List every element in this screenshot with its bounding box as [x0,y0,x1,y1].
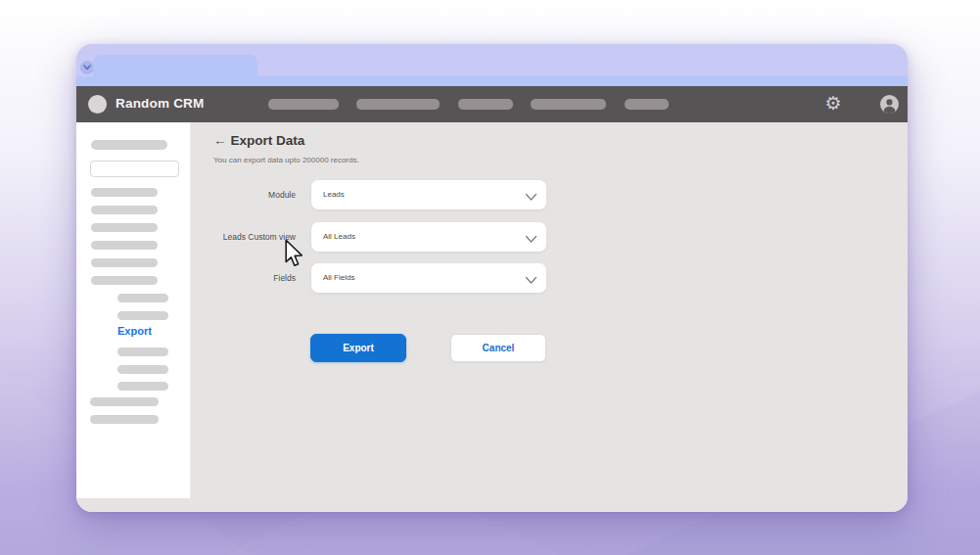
browser-tab-bar [76,44,908,86]
sidebar-item-placeholder[interactable] [91,258,158,267]
sidebar: Export [76,122,191,498]
sidebar-item-placeholder[interactable] [90,397,159,406]
sidebar-item-placeholder[interactable] [91,188,158,197]
sidebar-subitem-placeholder[interactable] [117,382,168,391]
form-row-fields: Fields All Fields [191,263,563,293]
custom-view-label: Leads Custom view [191,222,296,252]
nav-item-placeholder[interactable] [268,99,339,110]
back-arrow-icon[interactable]: ← [213,133,227,148]
form-row-custom-view: Leads Custom view All Leads [191,222,563,252]
app-title: Random CRM [116,96,205,111]
module-dropdown[interactable]: Leads [311,180,546,209]
nav-item-placeholder[interactable] [356,99,440,110]
fields-label: Fields [191,263,296,293]
export-button[interactable]: Export [310,334,406,362]
sidebar-subitem-placeholder[interactable] [117,311,168,320]
page-title-text: Export Data [231,133,305,148]
page-title: ←Export Data [213,133,304,148]
sidebar-subitem-placeholder[interactable] [117,365,168,374]
sidebar-title-placeholder [91,140,167,150]
avatar[interactable] [880,95,899,114]
sidebar-subitem-placeholder[interactable] [117,294,168,302]
chevron-down-icon [525,188,537,206]
sidebar-item-placeholder[interactable] [90,415,159,424]
app-logo [88,95,107,114]
page-subtitle: You can export data upto 200000 records. [213,156,359,164]
form-row-module: Module Leads [191,180,563,209]
chevron-down-icon [525,230,537,248]
cancel-button[interactable]: Cancel [450,334,546,362]
browser-toolbar [76,76,908,86]
sidebar-search-input[interactable] [90,161,179,177]
nav-item-placeholder[interactable] [531,99,606,110]
app-header: Random CRM ⚙ [76,86,908,122]
chevron-down-icon [525,271,537,289]
fields-dropdown[interactable]: All Fields [311,263,546,293]
window-body: Export ←Export Data You can export data … [76,122,908,512]
custom-view-dropdown-value: All Leads [323,222,355,252]
custom-view-dropdown[interactable]: All Leads [311,222,546,252]
chevron-down-icon[interactable] [80,61,94,74]
sidebar-item-placeholder[interactable] [91,223,158,232]
module-label: Module [191,180,296,209]
fields-dropdown-value: All Fields [323,263,354,293]
sidebar-item-placeholder[interactable] [91,241,158,250]
module-dropdown-value: Leads [323,180,345,209]
sidebar-subitem-placeholder[interactable] [117,347,168,356]
nav-item-placeholder[interactable] [458,99,513,110]
nav-item-placeholder[interactable] [625,99,669,110]
main-content: ←Export Data You can export data upto 20… [191,122,908,512]
gear-icon[interactable]: ⚙ [822,91,844,116]
sidebar-item-placeholder[interactable] [91,206,158,214]
browser-window: Random CRM ⚙ [76,44,908,512]
sidebar-item-export[interactable]: Export [117,325,152,337]
sidebar-item-placeholder[interactable] [91,276,158,285]
